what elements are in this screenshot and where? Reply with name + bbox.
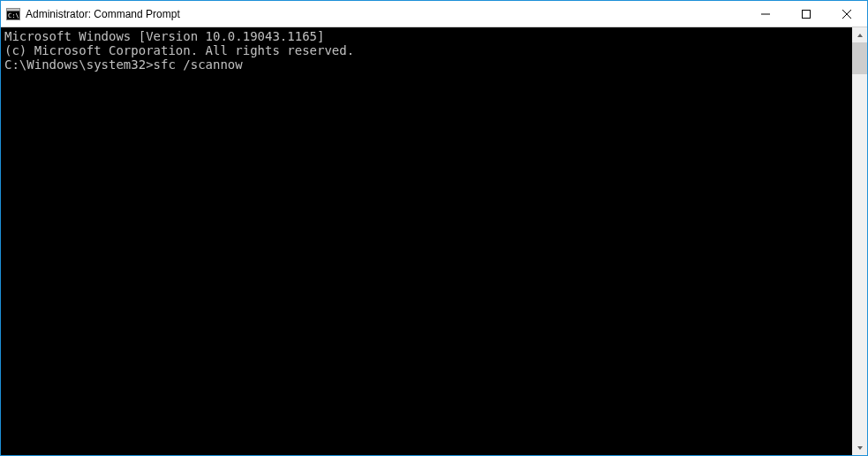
- console-line: (c) Microsoft Corporation. All rights re…: [4, 43, 849, 57]
- console-output[interactable]: Microsoft Windows [Version 10.0.19043.11…: [1, 27, 852, 455]
- command-prompt-window: C:\ Administrator: Command Prompt Micros…: [0, 0, 868, 456]
- svg-rect-1: [7, 9, 19, 11]
- svg-marker-8: [857, 446, 863, 450]
- cmd-icon: C:\: [6, 7, 20, 21]
- close-button[interactable]: [826, 1, 867, 27]
- minimize-button[interactable]: [745, 1, 786, 27]
- svg-rect-4: [803, 10, 811, 18]
- vertical-scrollbar[interactable]: [852, 27, 867, 455]
- svg-text:C:\: C:\: [8, 12, 19, 19]
- scroll-up-button[interactable]: [852, 27, 867, 42]
- scrollbar-thumb[interactable]: [852, 42, 867, 74]
- maximize-button[interactable]: [786, 1, 826, 27]
- titlebar[interactable]: C:\ Administrator: Command Prompt: [1, 1, 867, 27]
- window-controls: [745, 1, 867, 27]
- scroll-down-button[interactable]: [852, 440, 867, 455]
- svg-marker-7: [857, 34, 863, 37]
- client-area: Microsoft Windows [Version 10.0.19043.11…: [1, 27, 867, 455]
- console-line: C:\Windows\system32>sfc /scannow: [4, 57, 849, 72]
- scrollbar-track[interactable]: [852, 42, 867, 440]
- console-line: Microsoft Windows [Version 10.0.19043.11…: [4, 29, 849, 43]
- window-title: Administrator: Command Prompt: [26, 8, 180, 20]
